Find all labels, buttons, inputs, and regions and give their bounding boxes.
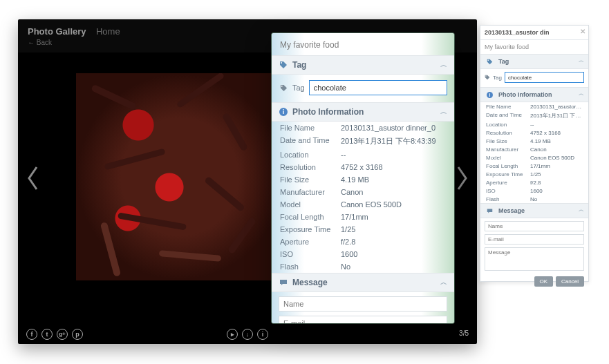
svg-point-0 — [281, 62, 282, 64]
side-message-name-input[interactable] — [485, 221, 584, 231]
info-key: Exposure Time — [280, 225, 341, 233]
info-row: ISO1600 — [480, 186, 588, 195]
info-key: Location — [280, 151, 341, 159]
share-facebook-icon[interactable]: f — [26, 329, 37, 340]
info-row: File Name20130131_asustor dinner_0 — [480, 102, 588, 111]
side-message-email-input[interactable] — [485, 234, 584, 245]
photo-counter: 3/5 — [459, 329, 469, 337]
info-row: Resolution4752 x 3168 — [480, 128, 588, 137]
side-panel-subtitle: My favorite food — [480, 40, 588, 54]
panel-title: My favorite food — [272, 33, 454, 55]
chevron-up-icon: ︿ — [579, 90, 584, 97]
close-icon[interactable]: ✕ — [580, 28, 585, 35]
side-tag-input[interactable] — [505, 72, 584, 83]
info-value: Canon — [530, 146, 583, 153]
message-section-header[interactable]: Message ︿ — [272, 273, 454, 292]
info-value: 4.19 MB — [530, 138, 583, 144]
svg-text:i: i — [489, 92, 490, 97]
info-row: File Size4.19 MB — [480, 137, 588, 145]
tag-icon — [485, 73, 490, 82]
svg-point-5 — [485, 75, 486, 76]
chevron-up-icon: ︿ — [579, 57, 584, 64]
info-value: 2013年1月31日 下午8:43:39 — [341, 136, 446, 146]
info-value: No — [341, 262, 446, 271]
photo-info-side-panel: 20130131_asustor din ✕ My favorite food … — [480, 25, 589, 282]
info-row: Focal Length17/1mm — [272, 211, 454, 223]
info-value: 1600 — [341, 250, 446, 258]
info-key: Manufacturer — [486, 146, 530, 153]
tag-section-label: Tag — [292, 60, 306, 70]
info-row: ManufacturerCanon — [480, 145, 588, 153]
chevron-up-icon: ︿ — [579, 206, 584, 213]
back-link[interactable]: ← Back — [28, 39, 52, 46]
share-plurk-icon[interactable]: p — [72, 329, 83, 340]
lightbox-bottom-bar: f t g+ p ▸ ↓ i 3/5 — [18, 325, 477, 340]
prev-photo-button[interactable] — [19, 157, 47, 199]
side-message-section-header[interactable]: Message ︿ — [480, 203, 588, 218]
svg-point-1 — [281, 85, 282, 86]
tag-input[interactable] — [309, 80, 447, 95]
chevron-up-icon: ︿ — [440, 107, 447, 117]
info-key: Focal Length — [486, 163, 530, 169]
share-twitter-icon[interactable]: t — [41, 329, 53, 340]
info-key: Model — [486, 155, 530, 161]
ok-button[interactable]: OK — [534, 276, 554, 287]
info-row: ManufacturerCanon — [272, 186, 454, 198]
side-tag-section-header[interactable]: Tag ︿ — [480, 54, 588, 69]
info-key: Aperture — [280, 238, 341, 246]
side-photo-info-section-header[interactable]: i Photo Information ︿ — [480, 87, 588, 102]
info-key: File Size — [486, 138, 530, 144]
side-photo-info-section-label: Photo Information — [498, 91, 552, 98]
info-key: Resolution — [486, 130, 530, 136]
info-value: 1/25 — [530, 171, 583, 178]
info-row: Resolution4752 x 3168 — [272, 161, 454, 173]
info-row: Date and Time2013年1月31日 下午8:43:39 — [272, 134, 454, 149]
side-tag-section-label: Tag — [498, 58, 509, 65]
info-value: 20130131_asustor dinner_0 — [341, 124, 446, 132]
info-value: Canon EOS 500D — [341, 200, 446, 209]
info-value: 2013年1月31日 下午8:43:39 — [530, 112, 583, 119]
info-key: Model — [280, 200, 341, 209]
cancel-button[interactable]: Cancel — [556, 276, 584, 287]
download-icon[interactable]: ↓ — [242, 329, 253, 340]
speech-bubble-icon — [279, 278, 288, 287]
svg-text:i: i — [283, 108, 285, 115]
photo-preview — [76, 73, 283, 280]
info-row: Aperturef/2.8 — [480, 178, 588, 186]
chevron-up-icon: ︿ — [440, 60, 447, 70]
info-key: Location — [486, 122, 530, 128]
info-value: 4.19 MB — [341, 175, 446, 184]
message-name-input[interactable] — [279, 296, 447, 312]
home-link[interactable]: Home — [96, 26, 120, 37]
side-message-body-input[interactable] — [485, 247, 584, 271]
info-key: Date and Time — [486, 112, 530, 119]
info-key: Date and Time — [280, 136, 341, 146]
side-tag-field-label: Tag — [493, 75, 502, 81]
info-value: 17/1mm — [530, 163, 583, 169]
info-row: Focal Length17/1mm — [480, 162, 588, 170]
info-key: File Size — [280, 175, 341, 184]
tag-icon — [279, 83, 288, 93]
tag-icon — [485, 57, 494, 66]
info-key: Exposure Time — [486, 171, 530, 178]
tag-section-header[interactable]: Tag ︿ — [272, 55, 454, 75]
info-row: FlashNo — [480, 195, 588, 203]
share-gplus-icon[interactable]: g+ — [57, 329, 68, 340]
play-slideshow-icon[interactable]: ▸ — [227, 329, 238, 340]
info-key: Focal Length — [280, 213, 341, 221]
info-icon: i — [279, 107, 288, 117]
side-panel-title: 20130131_asustor din — [485, 29, 550, 36]
info-value: Canon EOS 500D — [530, 155, 583, 161]
photo-info-section-header[interactable]: i Photo Information ︿ — [272, 102, 454, 122]
app-title-text: Photo Gallery — [28, 26, 86, 37]
info-row: FlashNo — [272, 260, 454, 273]
info-value: No — [530, 196, 583, 202]
message-email-input[interactable] — [279, 316, 447, 323]
info-value: f/2.8 — [530, 180, 583, 186]
info-value: 4752 x 3168 — [530, 130, 583, 136]
info-row: ModelCanon EOS 500D — [272, 198, 454, 211]
info-value: 20130131_asustor dinner_0 — [530, 104, 583, 110]
info-toggle-icon[interactable]: i — [257, 329, 268, 340]
speech-bubble-icon — [485, 206, 494, 215]
info-row: Exposure Time1/25 — [272, 223, 454, 236]
